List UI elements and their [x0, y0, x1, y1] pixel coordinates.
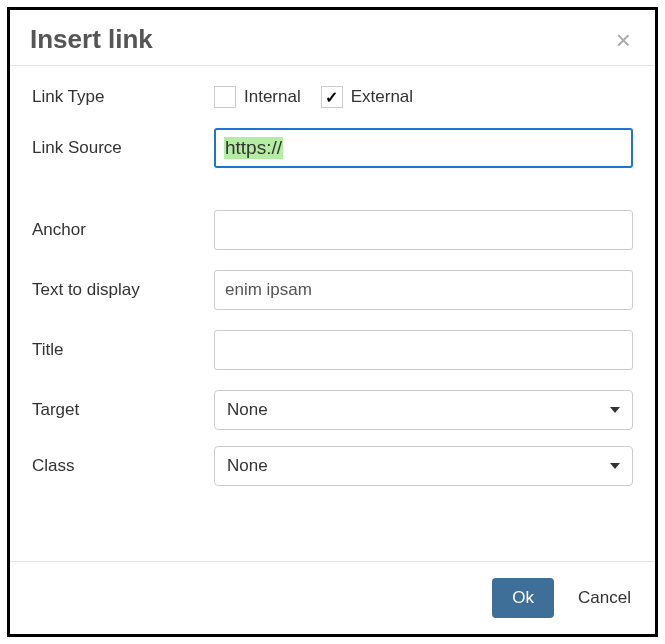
- close-icon[interactable]: ×: [612, 27, 635, 53]
- link-source-input[interactable]: https://: [214, 128, 633, 168]
- anchor-input[interactable]: [214, 210, 633, 250]
- label-link-source: Link Source: [32, 138, 214, 158]
- dialog-body: Link Type Internal External Link Source …: [10, 66, 655, 561]
- chevron-down-icon: [610, 407, 620, 413]
- dialog-footer: Ok Cancel: [10, 561, 655, 634]
- label-anchor: Anchor: [32, 220, 214, 240]
- insert-link-dialog: Insert link × Link Type Internal Externa…: [7, 7, 658, 637]
- label-target: Target: [32, 400, 214, 420]
- target-value: None: [227, 400, 268, 420]
- row-text-to-display: Text to display: [32, 270, 633, 310]
- checkbox-internal-label: Internal: [244, 87, 301, 107]
- chevron-down-icon: [610, 463, 620, 469]
- cancel-button[interactable]: Cancel: [576, 584, 633, 612]
- text-to-display-input[interactable]: [214, 270, 633, 310]
- target-select[interactable]: None: [214, 390, 633, 430]
- checkbox-external-label: External: [351, 87, 413, 107]
- checkbox-external[interactable]: [321, 86, 343, 108]
- checkbox-internal[interactable]: [214, 86, 236, 108]
- title-input[interactable]: [214, 330, 633, 370]
- class-select[interactable]: None: [214, 446, 633, 486]
- row-title: Title: [32, 330, 633, 370]
- label-text-to-display: Text to display: [32, 280, 214, 300]
- row-target: Target None: [32, 390, 633, 430]
- label-class: Class: [32, 456, 214, 476]
- label-link-type: Link Type: [32, 87, 214, 107]
- link-source-value: https://: [224, 137, 283, 159]
- row-anchor: Anchor: [32, 210, 633, 250]
- ok-button[interactable]: Ok: [492, 578, 554, 618]
- class-value: None: [227, 456, 268, 476]
- label-title: Title: [32, 340, 214, 360]
- row-class: Class None: [32, 446, 633, 486]
- row-link-source: Link Source https://: [32, 128, 633, 168]
- row-link-type: Link Type Internal External: [32, 86, 633, 108]
- dialog-header: Insert link ×: [10, 10, 655, 66]
- link-type-options: Internal External: [214, 86, 633, 108]
- dialog-title: Insert link: [30, 24, 153, 55]
